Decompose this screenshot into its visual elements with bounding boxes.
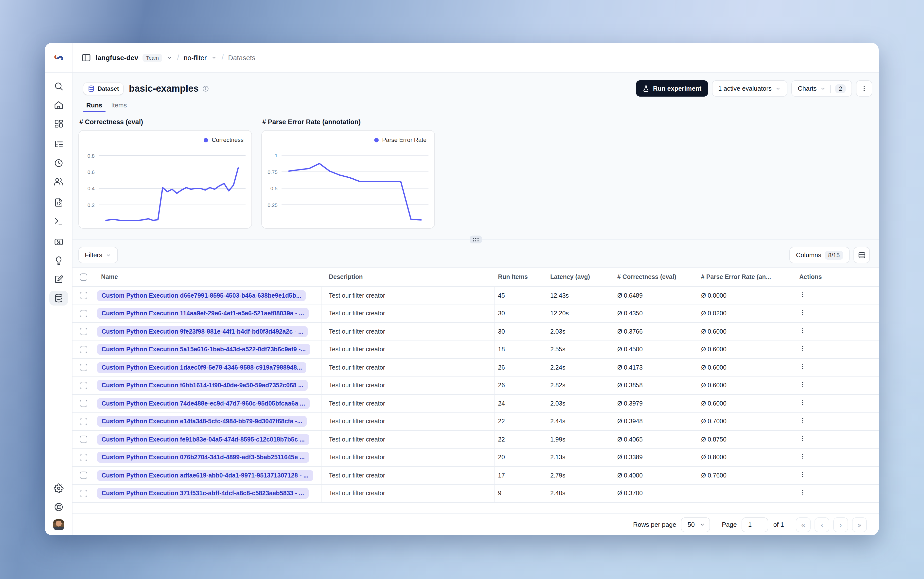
run-name-link[interactable]: Custom Python Execution 9fe23f98-881e-44… (97, 326, 308, 337)
tab-runs[interactable]: Runs (86, 101, 102, 112)
column-header-description[interactable]: Description (322, 273, 495, 280)
filters-button[interactable]: Filters (79, 247, 118, 263)
row-actions-kebab-icon[interactable] (799, 363, 806, 371)
column-header-run-items[interactable]: Run Items (495, 273, 547, 280)
row-checkbox[interactable] (80, 310, 87, 317)
sidebar-item-support[interactable] (49, 500, 68, 514)
user-avatar[interactable] (53, 519, 64, 530)
select-all-checkbox[interactable] (80, 273, 87, 281)
charts-dropdown[interactable]: Charts 2 (791, 80, 852, 96)
more-actions-button[interactable] (856, 80, 872, 96)
run-items-value: 20 (495, 454, 547, 461)
sidebar-item-insights[interactable] (49, 253, 68, 268)
run-name-link[interactable]: Custom Python Execution 076b2704-341d-48… (97, 452, 309, 463)
sidebar-item-scores[interactable] (49, 235, 68, 249)
run-name-link[interactable]: Custom Python Execution 5a15a616-1bab-44… (97, 344, 310, 355)
row-checkbox[interactable] (80, 328, 87, 335)
row-actions-kebab-icon[interactable] (799, 345, 806, 353)
breadcrumb-org[interactable]: langfuse-dev (96, 54, 138, 62)
row-checkbox[interactable] (80, 490, 87, 497)
run-description: Test our filter creator (322, 467, 495, 484)
sidebar-item-search[interactable] (49, 79, 68, 93)
row-checkbox[interactable] (80, 472, 87, 479)
run-name-link[interactable]: Custom Python Execution e14fa348-5cfc-49… (97, 416, 307, 427)
breadcrumb-project[interactable]: no-filter (183, 54, 206, 62)
sidebar-item-tracing[interactable] (49, 137, 68, 152)
table-row: Custom Python Execution f6bb1614-1f90-40… (72, 377, 879, 395)
run-name-link[interactable]: Custom Python Execution 371f531c-abff-4d… (97, 488, 308, 499)
column-header-parse-error[interactable]: # Parse Error Rate (an... (698, 273, 787, 280)
resize-grip-icon[interactable] (469, 236, 482, 244)
run-items-value: 17 (495, 472, 547, 479)
sidebar-item-playground[interactable] (49, 214, 68, 229)
row-actions-kebab-icon[interactable] (799, 291, 806, 299)
latency-value: 12.20s (547, 310, 614, 317)
row-checkbox[interactable] (80, 292, 87, 299)
row-checkbox[interactable] (80, 436, 87, 443)
table-header-row: Name Description Run Items Latency (avg)… (72, 267, 879, 287)
breadcrumb: langfuse-dev Team / no-filter / Datasets (72, 43, 256, 72)
info-icon[interactable] (202, 85, 209, 92)
sidebar-item-sessions[interactable] (49, 156, 68, 170)
row-height-button[interactable] (854, 247, 870, 263)
first-page-button[interactable]: « (796, 517, 811, 532)
row-actions-kebab-icon[interactable] (799, 399, 806, 407)
divider (831, 85, 831, 92)
sidebar-item-annotation[interactable] (49, 272, 68, 287)
run-name-link[interactable]: Custom Python Execution f6bb1614-1f90-40… (97, 380, 308, 391)
run-description: Test our filter creator (322, 359, 495, 376)
rows-per-page-select[interactable]: 50 (681, 517, 710, 532)
run-experiment-button[interactable]: Run experiment (636, 80, 708, 96)
sidebar-item-datasets[interactable] (49, 291, 68, 306)
row-checkbox[interactable] (80, 382, 87, 389)
chevron-down-icon[interactable] (211, 55, 217, 61)
column-header-correctness[interactable]: # Correctness (eval) (614, 273, 698, 280)
sidebar-item-prompts[interactable] (49, 195, 68, 210)
column-header-latency[interactable]: Latency (avg) (547, 273, 614, 280)
row-checkbox[interactable] (80, 418, 87, 425)
row-actions-kebab-icon[interactable] (799, 327, 806, 335)
run-name-link[interactable]: Custom Python Execution adfae619-abb0-4d… (97, 470, 313, 481)
row-actions-kebab-icon[interactable] (799, 435, 806, 443)
sidebar (45, 73, 72, 535)
row-actions-kebab-icon[interactable] (799, 453, 806, 461)
columns-button[interactable]: Columns 8/15 (790, 247, 850, 263)
sidebar-item-users[interactable] (49, 175, 68, 189)
row-actions-kebab-icon[interactable] (799, 381, 806, 389)
run-name-link[interactable]: Custom Python Execution d66e7991-8595-45… (97, 290, 306, 301)
previous-page-button[interactable]: ‹ (814, 517, 829, 532)
run-name-link[interactable]: Custom Python Execution 74de488e-ec9d-47… (97, 398, 310, 409)
sidebar-toggle-icon[interactable] (81, 53, 91, 62)
chevron-down-icon[interactable] (167, 55, 172, 61)
sidebar-item-settings[interactable] (49, 481, 68, 496)
page-number-input[interactable] (742, 517, 768, 532)
last-page-button[interactable]: » (852, 517, 867, 532)
row-checkbox[interactable] (80, 454, 87, 461)
run-name-link[interactable]: Custom Python Execution 1daec0f9-5e78-43… (97, 362, 306, 373)
legend-label: Parse Error Rate (382, 136, 426, 143)
column-header-name[interactable]: Name (94, 273, 322, 280)
run-description: Test our filter creator (322, 449, 495, 466)
sidebar-item-home[interactable] (49, 98, 68, 112)
evaluators-dropdown[interactable]: 1 active evaluators (712, 80, 787, 96)
row-actions-kebab-icon[interactable] (799, 489, 806, 497)
row-checkbox[interactable] (80, 346, 87, 353)
datasets-icon (54, 293, 63, 303)
row-actions-kebab-icon[interactable] (799, 417, 806, 425)
y-tick-label: 0.6 (87, 169, 95, 175)
chart-block: # Parse Error Rate (annotation) Parse Er… (261, 117, 435, 229)
charts-count-badge: 2 (836, 84, 845, 93)
correctness-value: Ø 0.3979 (614, 400, 698, 407)
tab-items[interactable]: Items (111, 101, 127, 112)
run-name-link[interactable]: Custom Python Execution fe91b83e-04a5-47… (97, 434, 309, 445)
row-checkbox[interactable] (80, 400, 87, 407)
breadcrumb-section[interactable]: Datasets (228, 54, 256, 62)
next-page-button[interactable]: › (833, 517, 848, 532)
row-actions-kebab-icon[interactable] (799, 309, 806, 317)
correctness-value: Ø 0.3948 (614, 418, 698, 425)
sidebar-item-dashboards[interactable] (49, 116, 68, 131)
app-logo[interactable] (45, 43, 72, 72)
run-name-link[interactable]: Custom Python Execution 114aa9ef-29e6-4e… (97, 308, 308, 319)
row-checkbox[interactable] (80, 364, 87, 371)
row-actions-kebab-icon[interactable] (799, 471, 806, 479)
